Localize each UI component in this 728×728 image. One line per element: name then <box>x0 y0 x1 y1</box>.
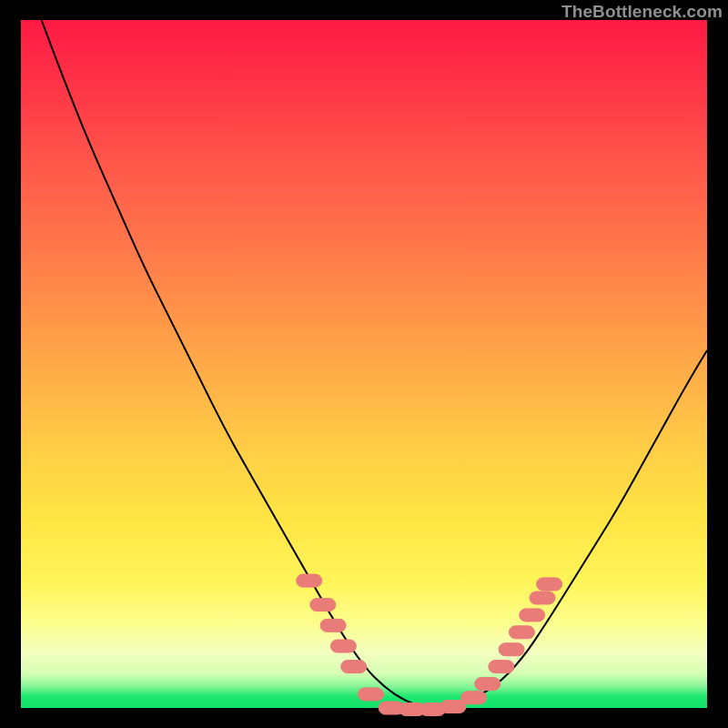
data-marker <box>530 592 555 604</box>
data-marker <box>489 661 514 673</box>
data-marker <box>537 578 562 591</box>
bottleneck-curve <box>42 20 707 708</box>
data-marker <box>341 661 367 673</box>
data-marker <box>461 692 487 704</box>
chart-frame: TheBottleneck.com <box>0 0 728 728</box>
watermark-text: TheBottleneck.com <box>561 2 723 22</box>
data-marker <box>320 619 346 632</box>
data-marker <box>297 574 322 587</box>
data-marker <box>499 643 524 656</box>
marker-group <box>297 574 562 715</box>
data-marker <box>440 701 466 713</box>
data-marker <box>310 599 336 612</box>
data-marker <box>520 609 545 622</box>
data-marker <box>509 626 534 639</box>
chart-svg <box>21 20 707 708</box>
data-marker <box>330 640 356 652</box>
data-marker <box>359 688 384 701</box>
data-marker <box>475 678 500 691</box>
